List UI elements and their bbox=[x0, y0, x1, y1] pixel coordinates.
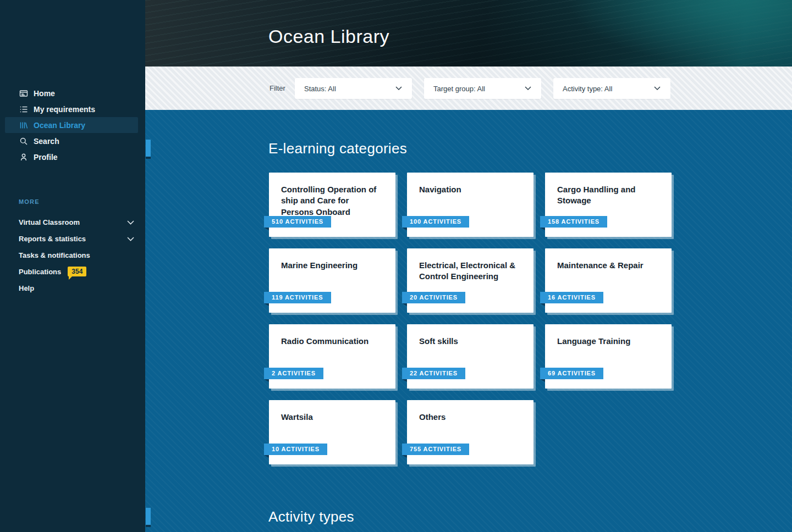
chevron-down-icon bbox=[525, 86, 531, 91]
sidebar-item-label: Virtual Classroom bbox=[19, 218, 80, 226]
category-card-grid: Controlling Operation of ship and Care f… bbox=[269, 173, 672, 464]
main-content: E-learning categories Controlling Operat… bbox=[145, 110, 792, 532]
status-filter-dropdown[interactable]: Status: All bbox=[295, 78, 412, 99]
sidebar-item-profile[interactable]: Profile bbox=[5, 149, 138, 165]
publications-count-badge: 354 bbox=[68, 267, 86, 276]
filter-bar: Filter Status: All Target group: All Act… bbox=[145, 66, 792, 110]
category-title: Language Training bbox=[545, 324, 672, 347]
section-edge-tab bbox=[146, 508, 151, 525]
sidebar-nav: Home My requirements Oce bbox=[0, 85, 145, 165]
chevron-down-icon bbox=[127, 218, 134, 226]
sidebar-item-search[interactable]: Search bbox=[5, 133, 138, 149]
category-card-cargo-handling[interactable]: Cargo Handling and Stowage 158 ACTIVITIE… bbox=[545, 173, 672, 237]
sidebar-item-label: Reports & statistics bbox=[19, 235, 86, 243]
elearning-categories-heading: E-learning categories bbox=[268, 140, 407, 157]
category-card-soft-skills[interactable]: Soft skills 22 ACTIVITIES bbox=[407, 324, 534, 389]
sidebar-item-label: Home bbox=[34, 89, 55, 98]
category-card-others[interactable]: Others 755 ACTIVITIES bbox=[407, 400, 534, 464]
activities-count-ribbon: 119 ACTIVITIES bbox=[264, 292, 331, 303]
category-title: Cargo Handling and Stowage bbox=[545, 173, 672, 207]
search-icon bbox=[19, 136, 28, 146]
activity-types-heading: Activity types bbox=[268, 508, 354, 525]
sidebar-section-more: MORE bbox=[19, 198, 40, 205]
category-title: Others bbox=[407, 400, 534, 423]
filter-label: Filter bbox=[270, 84, 285, 92]
category-card-radio-communication[interactable]: Radio Communication 2 ACTIVITIES bbox=[269, 324, 395, 389]
activities-count-ribbon: 22 ACTIVITIES bbox=[402, 368, 465, 379]
category-title: Wartsila bbox=[269, 400, 395, 423]
page-title: Ocean Library bbox=[268, 26, 389, 47]
category-title: Electrical, Electronical & Control Engin… bbox=[407, 248, 534, 282]
app-root: Home My requirements Oce bbox=[0, 0, 792, 532]
category-title: Radio Communication bbox=[269, 324, 395, 347]
category-card-maintenance-repair[interactable]: Maintenance & Repair 16 ACTIVITIES bbox=[545, 248, 672, 313]
chevron-down-icon bbox=[654, 86, 661, 91]
chevron-down-icon bbox=[395, 86, 402, 91]
activities-count-ribbon: 69 ACTIVITIES bbox=[540, 368, 603, 379]
category-title: Controlling Operation of ship and Care f… bbox=[269, 173, 395, 218]
sidebar-item-label: My requirements bbox=[34, 105, 95, 114]
activities-count-ribbon: 158 ACTIVITIES bbox=[540, 216, 607, 228]
section-edge-tab bbox=[146, 140, 151, 157]
status-filter-value: Status: All bbox=[304, 85, 336, 93]
category-card-controlling-operation[interactable]: Controlling Operation of ship and Care f… bbox=[269, 173, 395, 237]
category-title: Navigation bbox=[407, 173, 534, 195]
sidebar-item-label: Help bbox=[19, 284, 34, 292]
sidebar-item-label: Tasks & notifications bbox=[19, 251, 90, 259]
activities-count-ribbon: 2 ACTIVITIES bbox=[264, 368, 323, 379]
activities-count-ribbon: 510 ACTIVITIES bbox=[264, 216, 331, 228]
category-title: Soft skills bbox=[407, 324, 534, 347]
sidebar-item-label: Publications bbox=[19, 268, 61, 276]
sidebar-item-home[interactable]: Home bbox=[5, 85, 138, 101]
category-card-language-training[interactable]: Language Training 69 ACTIVITIES bbox=[545, 324, 672, 389]
activities-count-ribbon: 10 ACTIVITIES bbox=[264, 444, 327, 455]
category-card-electrical-engineering[interactable]: Electrical, Electronical & Control Engin… bbox=[407, 248, 534, 313]
sidebar-item-label: Search bbox=[34, 137, 59, 146]
library-icon bbox=[19, 120, 28, 130]
sidebar-item-label: Profile bbox=[34, 153, 58, 162]
sidebar: Home My requirements Oce bbox=[0, 0, 145, 532]
sidebar-item-publications[interactable]: Publications 354 bbox=[0, 263, 145, 280]
category-card-navigation[interactable]: Navigation 100 ACTIVITIES bbox=[407, 173, 534, 237]
hero-banner: Ocean Library bbox=[145, 0, 792, 66]
activities-count-ribbon: 16 ACTIVITIES bbox=[540, 292, 603, 303]
category-card-marine-engineering[interactable]: Marine Engineering 119 ACTIVITIES bbox=[269, 248, 395, 313]
target-group-filter-value: Target group: All bbox=[433, 85, 485, 93]
home-icon bbox=[19, 88, 28, 98]
chevron-down-icon bbox=[127, 235, 134, 243]
sidebar-item-ocean-library[interactable]: Ocean Library bbox=[5, 117, 138, 133]
target-group-filter-dropdown[interactable]: Target group: All bbox=[424, 78, 541, 99]
activity-type-filter-value: Activity type: All bbox=[563, 85, 612, 93]
sidebar-item-tasks-notifications[interactable]: Tasks & notifications bbox=[0, 247, 145, 263]
list-icon bbox=[19, 104, 28, 114]
sidebar-item-virtual-classroom[interactable]: Virtual Classroom bbox=[0, 214, 145, 230]
sidebar-item-label: Ocean Library bbox=[34, 121, 85, 130]
sidebar-more-list: Virtual Classroom Reports & statistics T… bbox=[0, 214, 145, 296]
sidebar-item-reports-statistics[interactable]: Reports & statistics bbox=[0, 230, 145, 247]
activity-type-filter-dropdown[interactable]: Activity type: All bbox=[553, 78, 670, 99]
activities-count-ribbon: 20 ACTIVITIES bbox=[402, 292, 465, 303]
category-title: Maintenance & Repair bbox=[545, 248, 672, 271]
profile-icon bbox=[19, 152, 28, 162]
category-title: Marine Engineering bbox=[269, 248, 395, 271]
sidebar-item-help[interactable]: Help bbox=[0, 280, 145, 296]
activities-count-ribbon: 100 ACTIVITIES bbox=[402, 216, 469, 228]
category-card-wartsila[interactable]: Wartsila 10 ACTIVITIES bbox=[269, 400, 395, 464]
sidebar-item-my-requirements[interactable]: My requirements bbox=[5, 101, 138, 117]
activities-count-ribbon: 755 ACTIVITIES bbox=[402, 444, 469, 455]
